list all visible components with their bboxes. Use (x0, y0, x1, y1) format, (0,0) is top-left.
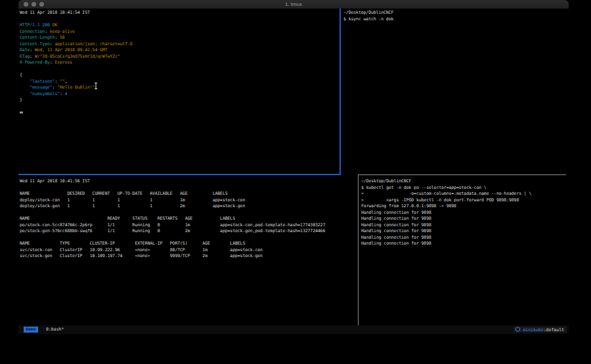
terminal-line: Handling connection for 9898 (361, 228, 567, 235)
window-title: 1. tmux (18, 1, 569, 7)
terminal-line: deploy/stock-gen 1 1 1 1 2m app=stock-ge… (20, 203, 356, 210)
pane-divider-vertical-top[interactable] (339, 9, 341, 175)
terminal-line: HTTP/1.1 200 OK (20, 22, 338, 29)
terminal-line: svc/stock-con ClusterIP 10.99.222.96 <no… (20, 247, 356, 254)
pane-ksync-watch[interactable]: ~/Desktop/DublinCNCF$ ksync watch -n dok (343, 10, 567, 22)
terminal-line: NAME TYPE CLUSTER-IP EXTERNAL-IP PORT(S)… (20, 241, 356, 247)
terminal-line: Forwarding from 127.0.0.1:9898 -> 9898 (361, 203, 567, 210)
terminal-line: po/stock-con-5cc874766c-2p6rp 1/1 Runnin… (20, 222, 356, 229)
terminal-line: ~/Desktop/DublinCNCF (343, 10, 567, 16)
terminal-line: Content-Type: application/json; charset=… (20, 41, 338, 48)
terminal-line (20, 235, 356, 241)
terminal-line: Handling connection for 9898 (361, 235, 567, 241)
terminal-line: } (20, 97, 338, 104)
terminal-line: Date: Wed, 11 Apr 2018 09:41:54 GMT (20, 47, 338, 54)
terminal-line: Handling connection for 9898 (361, 210, 567, 216)
terminal-line: $ kubectl get -n dok po --selector=app=s… (361, 185, 567, 192)
kube-namespace: :default (544, 327, 564, 333)
window-titlebar[interactable]: 1. tmux (18, 0, 569, 9)
kube-context-badge: minikube:default (514, 327, 566, 333)
terminal-line: Wed 11 Apr 2018 10:41:56 IST (20, 178, 356, 185)
terminal-line: Wed 11 Apr 2018 10:41:54 IST (20, 10, 338, 16)
terminal-cursor (20, 111, 23, 113)
mouse-ibeam-cursor (94, 83, 98, 89)
pane-port-forward[interactable]: ~/Desktop/DublinCNCF$ kubectl get -n dok… (361, 178, 567, 247)
terminal-line: > -o=custom-columns=:metadata.name --no-… (361, 191, 567, 197)
pane-divider-horizontal-right[interactable] (358, 174, 566, 175)
tmux-window-label[interactable]: 0:bash* (46, 327, 64, 333)
terminal-line: Handling connection for 9898 (361, 241, 567, 247)
terminal-line (20, 16, 338, 23)
terminal-line: { (20, 72, 338, 79)
terminal-line: "lastseen": "", (20, 79, 338, 85)
pane-divider-horizontal-left[interactable] (18, 174, 341, 175)
terminal-line: svc/stock-gen ClusterIP 10.109.197.74 <n… (20, 253, 356, 260)
terminal-line: NAME DESIRED CURRENT UP-TO-DATE AVAILABL… (20, 191, 356, 197)
terminal-line: Content-Length: 56 (20, 35, 338, 41)
terminal-line: ~/Desktop/DublinCNCF (361, 178, 567, 185)
terminal-line: "numsymbols": 4 (20, 91, 338, 98)
terminal-line: Handling connection for 9898 (361, 222, 567, 229)
terminal-line: X-Powered-By: Express (20, 60, 338, 66)
terminal-line: > xargs -IPOD kubectl -n dok port-forwar… (361, 197, 567, 204)
terminal-line (20, 66, 338, 73)
terminal-line (20, 210, 356, 216)
terminal-line: Handling connection for 9898 (361, 216, 567, 222)
pane-divider-vertical-bottom[interactable] (358, 175, 359, 325)
terminal-line: ETag: W/"38-05coCsrg3mQ75sHr1d/qcWTwYZc" (20, 54, 338, 60)
terminal-line: deploy/stock-con 1 1 1 1 1m app=stock-co… (20, 197, 356, 204)
terminal-line: NAME READY STATUS RESTARTS AGE LABELS (20, 216, 356, 222)
desktop: 1. tmux Wed 11 Apr 2018 10:41:54 IST HTT… (0, 0, 591, 364)
terminal-line: $ ksync watch -n dok (343, 16, 567, 23)
terminal-line: po/stock-gen-576cc688bb-swqf6 1/1 Runnin… (20, 228, 356, 235)
tmux-status-bar: demo 0:bash* minikube:default (18, 325, 569, 334)
pane-kubectl-get[interactable]: Wed 11 Apr 2018 10:41:56 IST NAME DESIRE… (20, 178, 356, 260)
terminal-line: Connection: keep-alive (20, 29, 338, 35)
session-name-badge[interactable]: demo (24, 327, 38, 333)
pane-http-response[interactable]: Wed 11 Apr 2018 10:41:54 IST HTTP/1.1 20… (20, 10, 338, 104)
kubernetes-icon (515, 327, 520, 332)
terminal-line (20, 185, 356, 192)
terminal-line: "message": "Hello Dublin!", (20, 85, 338, 91)
kube-context-name: minikube (523, 327, 543, 333)
